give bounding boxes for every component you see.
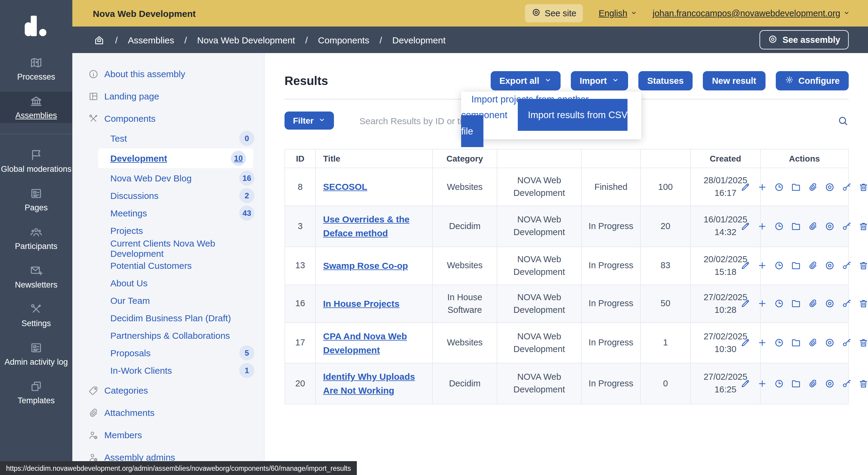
assembly-sidebar-item-attachments[interactable]: Attachments — [72, 402, 264, 424]
delete-trash-action[interactable] — [858, 298, 868, 309]
time-clock-action[interactable] — [774, 182, 784, 192]
assembly-sidebar-item-test[interactable]: Test0 — [72, 130, 264, 147]
search-icon[interactable] — [837, 115, 849, 126]
time-clock-action[interactable] — [774, 260, 784, 271]
assembly-sidebar-item-potential-customers[interactable]: Potential Customers — [72, 257, 264, 274]
attachment-action[interactable] — [808, 338, 818, 348]
assembly-sidebar-item-components[interactable]: Components — [72, 107, 264, 130]
sidebar-item-assemblies[interactable]: Assemblies — [0, 92, 72, 123]
folder-action[interactable] — [791, 221, 801, 231]
folder-action[interactable] — [791, 260, 801, 271]
statuses-button[interactable]: Statuses — [638, 71, 692, 90]
preview-focus-action[interactable] — [825, 379, 835, 389]
column-header-created: Created — [690, 149, 761, 168]
delete-trash-action[interactable] — [858, 182, 868, 192]
breadcrumb-home-link[interactable] — [93, 34, 105, 45]
assembly-sidebar-item-landing-page[interactable]: Landing page — [72, 85, 264, 107]
folder-action[interactable] — [791, 298, 801, 309]
see-site-link[interactable]: See site — [525, 4, 583, 22]
edit-pencil-action[interactable] — [740, 298, 750, 309]
result-title-link[interactable]: In House Projects — [323, 298, 399, 309]
time-clock-action[interactable] — [774, 379, 784, 389]
breadcrumb-link-components[interactable]: Components — [318, 35, 369, 45]
preview-focus-action[interactable] — [825, 298, 835, 309]
sidebar-item-settings[interactable]: Settings — [0, 299, 72, 331]
delete-trash-action[interactable] — [858, 379, 868, 389]
sidebar-item-participants[interactable]: Participants — [0, 222, 72, 254]
edit-pencil-action[interactable] — [740, 182, 750, 192]
assembly-sidebar-item-members[interactable]: Members — [72, 424, 264, 446]
sidebar-item-admin-activity-log[interactable]: Admin activity log — [0, 338, 72, 370]
edit-pencil-action[interactable] — [740, 221, 750, 231]
add-plus-action[interactable] — [757, 379, 767, 389]
add-plus-action[interactable] — [757, 338, 767, 348]
delete-trash-action[interactable] — [858, 338, 868, 348]
sidebar-item-pages[interactable]: Pages — [0, 184, 72, 215]
attachment-action[interactable] — [808, 260, 818, 271]
assembly-sidebar-item-about-this-assembly[interactable]: About this assembly — [72, 63, 264, 85]
assembly-sidebar-item-proposals[interactable]: Proposals5 — [72, 344, 264, 362]
assembly-sidebar-item-meetings[interactable]: Meetings43 — [72, 204, 264, 222]
user-menu[interactable]: johan.francocampos@novawebdevelopment.or… — [652, 8, 850, 18]
assembly-sidebar-item-development[interactable]: Development10 — [98, 148, 253, 168]
permissions-key-action[interactable] — [841, 338, 852, 348]
attachment-action[interactable] — [808, 221, 818, 231]
add-plus-action[interactable] — [757, 260, 767, 271]
preview-focus-action[interactable] — [825, 182, 835, 192]
assembly-sidebar-item-projects[interactable]: Projects — [72, 222, 264, 239]
permissions-key-action[interactable] — [841, 379, 852, 389]
edit-pencil-action[interactable] — [740, 379, 750, 389]
delete-trash-action[interactable] — [858, 260, 868, 271]
attachment-action[interactable] — [808, 379, 818, 389]
preview-focus-action[interactable] — [825, 338, 835, 348]
assembly-sidebar-item-partnerships-collaborations[interactable]: Partnerships & Collaborations — [72, 327, 264, 344]
sidebar-item-global-moderations[interactable]: Global moderations — [0, 145, 72, 177]
result-title-link[interactable]: CPA And Nova Web Development — [323, 330, 407, 355]
result-title-link[interactable]: Use Overrides & the Deface method — [323, 214, 410, 239]
assembly-sidebar-item-nova-web-dev-blog[interactable]: Nova Web Dev Blog16 — [72, 169, 264, 187]
configure-button[interactable]: Configure — [775, 71, 849, 90]
permissions-key-action[interactable] — [841, 298, 852, 309]
time-clock-action[interactable] — [774, 338, 784, 348]
attachment-action[interactable] — [808, 182, 818, 192]
assembly-sidebar-item-decidim-business-plan-draft[interactable]: Decidim Business Plan (Draft) — [72, 309, 264, 327]
assembly-sidebar-item-current-clients-nova-web-development[interactable]: Current Clients Nova Web Development — [72, 239, 264, 257]
add-plus-action[interactable] — [757, 298, 767, 309]
column-header-hidden-3 — [497, 149, 581, 168]
decidim-logo[interactable] — [0, 16, 72, 36]
sidebar-item-processes[interactable]: Processes — [0, 53, 72, 85]
assembly-sidebar-item-our-team[interactable]: Our Team — [72, 292, 264, 309]
breadcrumb-link-assemblies[interactable]: Assemblies — [128, 35, 174, 45]
result-title-link[interactable]: Swamp Rose Co-op — [323, 260, 408, 271]
language-selector[interactable]: English — [598, 8, 637, 18]
new-result-button[interactable]: New result — [703, 71, 765, 90]
delete-trash-action[interactable] — [858, 221, 868, 231]
edit-pencil-action[interactable] — [740, 338, 750, 348]
folder-action[interactable] — [791, 379, 801, 389]
see-assembly-button[interactable]: See assembly — [760, 30, 849, 50]
assembly-sidebar-item-discussions[interactable]: Discussions2 — [72, 187, 264, 204]
sidebar-item-templates[interactable]: Templates — [0, 377, 72, 408]
result-title-link[interactable]: Identify Why Uploads Are Not Working — [323, 371, 415, 396]
edit-pencil-action[interactable] — [740, 260, 750, 271]
sidebar-item-newsletters[interactable]: Newsletters — [0, 261, 72, 292]
breadcrumb-link-nova-web-development[interactable]: Nova Web Development — [197, 35, 295, 45]
folder-action[interactable] — [791, 182, 801, 192]
assembly-sidebar-item-in-work-clients[interactable]: In-Work Clients1 — [72, 362, 264, 379]
permissions-key-action[interactable] — [841, 260, 852, 271]
folder-action[interactable] — [791, 338, 801, 348]
breadcrumb-link-development[interactable]: Development — [393, 35, 446, 45]
add-plus-action[interactable] — [757, 182, 767, 192]
result-title-link[interactable]: SECOSOL — [323, 182, 367, 192]
permissions-key-action[interactable] — [841, 182, 852, 192]
preview-focus-action[interactable] — [825, 260, 835, 271]
assembly-sidebar-item-about-us[interactable]: About Us — [72, 274, 264, 292]
time-clock-action[interactable] — [774, 221, 784, 231]
time-clock-action[interactable] — [774, 298, 784, 309]
preview-focus-action[interactable] — [825, 221, 835, 231]
permissions-key-action[interactable] — [841, 221, 852, 231]
assembly-sidebar-item-categories[interactable]: Categories — [72, 379, 264, 402]
filter-button[interactable]: Filter — [284, 112, 334, 130]
attachment-action[interactable] — [808, 298, 818, 309]
add-plus-action[interactable] — [757, 221, 767, 231]
